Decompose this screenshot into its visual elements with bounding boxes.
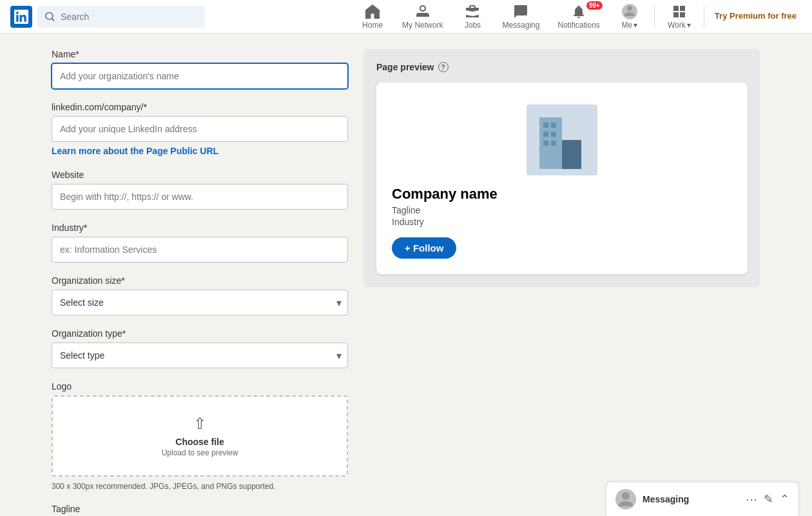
nav-item-jobs[interactable]: Jobs [453, 1, 492, 32]
briefcase-icon [465, 4, 480, 19]
nav-item-network[interactable]: My Network [394, 1, 450, 32]
org-type-select[interactable]: Select type Public Company Self-Employed… [52, 342, 348, 368]
svg-rect-5 [551, 123, 556, 128]
nav-item-work[interactable]: Work ▾ [660, 1, 699, 32]
messaging-label: Messaging [643, 494, 739, 504]
nav-items: Home My Network Jobs Messaging 99+ Notif… [353, 1, 802, 32]
nav-messaging-label: Messaging [502, 21, 539, 30]
preview-title-text: Page preview [376, 62, 434, 72]
logo-label: Logo [52, 381, 348, 392]
website-label: Website [52, 170, 348, 180]
nav-divider [654, 5, 655, 28]
learn-more-link[interactable]: Learn more about the Page Public URL [52, 146, 218, 156]
preview-logo-placeholder [523, 98, 601, 175]
nav-notifications-label: Notifications [557, 21, 599, 30]
building-illustration [527, 104, 597, 175]
form-group-tagline: Tagline Use your tagline to briefly desc… [52, 504, 348, 516]
avatar [622, 4, 637, 19]
upload-sublabel: Upload to see preview [71, 448, 329, 457]
svg-rect-7 [551, 132, 556, 137]
svg-rect-9 [551, 141, 556, 146]
nav-me-label: Me ▾ [622, 21, 638, 30]
work-arrow: ▾ [687, 21, 691, 30]
svg-point-10 [622, 492, 630, 500]
svg-rect-8 [543, 141, 548, 146]
svg-point-0 [627, 6, 632, 11]
navbar: Home My Network Jobs Messaging 99+ Notif… [0, 0, 812, 34]
org-type-select-wrapper: Select type Public Company Self-Employed… [52, 342, 348, 368]
linkedin-logo-icon [14, 10, 28, 24]
notifications-badge: 99+ [586, 1, 603, 10]
svg-rect-3 [562, 140, 581, 169]
try-premium-button[interactable]: Try Premium for free [710, 8, 802, 25]
messaging-compose-button[interactable]: ✎ [764, 492, 773, 506]
name-input[interactable] [52, 63, 348, 89]
industry-label: Industry* [52, 223, 348, 233]
upload-label: Choose file [71, 437, 329, 447]
avatar-icon [622, 4, 637, 19]
form-group-industry: Industry* [52, 223, 348, 263]
nav-item-notifications[interactable]: 99+ Notifications [550, 1, 607, 32]
preview-company-name: Company name [392, 186, 732, 203]
nav-jobs-label: Jobs [465, 21, 481, 30]
org-size-label: Organization size* [52, 275, 348, 286]
upload-icon: ⇧ [71, 415, 329, 433]
form-group-url: linkedin.com/company/* Learn more about … [52, 102, 348, 157]
nav-divider-2 [704, 5, 704, 28]
logo-hint: 300 x 300px recommended. JPGs, JPEGs, an… [52, 482, 348, 491]
me-arrow: ▾ [633, 21, 637, 30]
svg-rect-4 [543, 123, 548, 128]
bell-icon [571, 4, 586, 19]
svg-rect-2 [539, 117, 562, 169]
grid-icon [672, 4, 687, 19]
linkedin-logo[interactable] [10, 6, 32, 28]
follow-button[interactable]: + Follow [392, 237, 456, 259]
messaging-collapse-button[interactable]: ⌃ [780, 492, 789, 506]
form-group-name: Name* [52, 49, 348, 89]
svg-rect-6 [543, 132, 548, 137]
logo-upload-area[interactable]: ⇧ Choose file Upload to see preview [52, 395, 348, 477]
network-icon [415, 4, 430, 19]
search-input[interactable] [61, 12, 197, 22]
messaging-avatar-icon [615, 489, 636, 510]
url-label: linkedin.com/company/* [52, 102, 348, 112]
me-text: Me [622, 21, 633, 30]
nav-item-messaging[interactable]: Messaging [494, 1, 547, 32]
form-group-logo: Logo ⇧ Choose file Upload to see preview… [52, 381, 348, 491]
org-type-label: Organization type* [52, 328, 348, 339]
nav-network-label: My Network [402, 21, 443, 30]
tagline-label: Tagline [52, 504, 348, 514]
search-icon [45, 12, 55, 22]
preview-industry-text: Industry [392, 217, 732, 227]
messaging-avatar [615, 489, 636, 510]
url-input[interactable] [52, 116, 348, 142]
website-input[interactable] [52, 184, 348, 210]
preview-card-outer: Page preview ? [363, 49, 760, 287]
preview-tagline-text: Tagline [392, 205, 732, 215]
nav-item-home[interactable]: Home [353, 1, 392, 32]
form-group-org-type: Organization type* Select type Public Co… [52, 328, 348, 368]
main-content: Name* linkedin.com/company/* Learn more … [0, 34, 812, 516]
form-group-website: Website [52, 170, 348, 210]
org-size-select-wrapper: Select size 1-10 employees 11-50 employe… [52, 290, 348, 315]
message-icon [513, 4, 528, 19]
preview-card: Company name Tagline Industry + Follow [376, 83, 748, 274]
home-icon [365, 4, 380, 19]
nav-work-label: Work ▾ [668, 21, 691, 30]
form-group-org-size: Organization size* Select size 1-10 empl… [52, 275, 348, 315]
preview-section: Page preview ? [363, 49, 760, 516]
nav-item-me[interactable]: Me ▾ [610, 1, 649, 32]
messaging-bar: Messaging ⋯ ✎ ⌃ [606, 482, 799, 516]
work-text: Work [668, 21, 686, 30]
search-bar[interactable] [37, 6, 205, 28]
messaging-more-button[interactable]: ⋯ [746, 492, 757, 506]
name-label: Name* [52, 49, 348, 59]
form-section: Name* linkedin.com/company/* Learn more … [52, 49, 348, 516]
org-size-select[interactable]: Select size 1-10 employees 11-50 employe… [52, 290, 348, 315]
industry-input[interactable] [52, 237, 348, 263]
nav-home-label: Home [362, 21, 383, 30]
preview-title: Page preview ? [376, 62, 748, 72]
help-icon[interactable]: ? [438, 62, 449, 72]
messaging-actions: ⋯ ✎ ⌃ [746, 492, 789, 506]
